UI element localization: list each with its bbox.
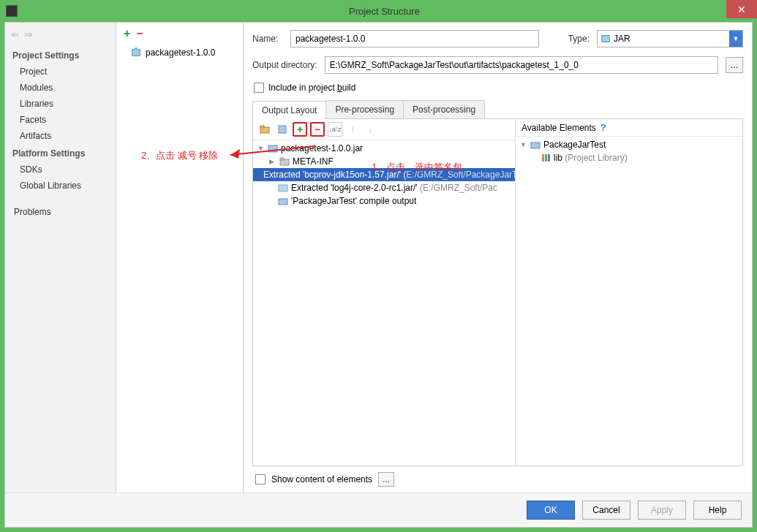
left-nav: ⇐ ⇒ Project Settings Project Modules Lib… [5, 23, 116, 493]
svg-rect-10 [279, 199, 287, 205]
nav-forward-icon[interactable]: ⇒ [24, 28, 33, 40]
nav-item-project[interactable]: Project [5, 64, 116, 80]
svg-rect-14 [548, 154, 550, 162]
nav-item-sdks[interactable]: SDKs [5, 162, 116, 178]
help-button[interactable]: Help [693, 501, 742, 520]
svg-rect-5 [268, 145, 277, 152]
output-dir-label: Output directory: [252, 60, 317, 70]
title-bar: Project Structure ✕ [0, 0, 757, 22]
svg-rect-1 [602, 36, 610, 42]
available-project-label: PackageJarTest [543, 140, 606, 150]
window-body: ⇐ ⇒ Project Settings Project Modules Lib… [4, 22, 753, 528]
add-artifact-button[interactable]: + [124, 27, 130, 40]
svg-rect-3 [260, 126, 264, 128]
available-elements-label: Available Elements [521, 123, 596, 133]
apply-button: Apply [638, 501, 686, 520]
nav-item-facets[interactable]: Facets [5, 112, 116, 128]
nav-heading-platform: Platform Settings [5, 144, 116, 162]
tree-compile-label: 'PackageJarTest' compile output [291, 196, 416, 206]
artifact-item-label: packagetest-1.0.0 [146, 48, 215, 58]
dialog-button-bar: OK Cancel Apply Help [5, 493, 752, 527]
svg-rect-9 [279, 185, 287, 191]
nav-back-icon[interactable]: ⇐ [11, 28, 20, 40]
sort-button[interactable]: ↓aͣz [328, 122, 342, 137]
module-icon [278, 196, 288, 206]
nav-heading-project: Project Settings [5, 46, 116, 64]
name-input[interactable] [290, 30, 539, 48]
tree-meta-label: META-INF [293, 156, 334, 167]
jar-type-icon [600, 34, 611, 44]
layout-tree-panel: + − ↓aͣz ↑ ↓ ▼ packagetest-1.0.0.jar [253, 119, 516, 466]
move-down-button[interactable]: ↓ [363, 122, 377, 137]
app-icon [6, 5, 18, 17]
type-value: JAR [614, 34, 630, 44]
remove-item-button[interactable]: − [310, 122, 325, 137]
available-project[interactable]: ▼ PackageJarTest [516, 138, 742, 151]
library-icon [541, 153, 551, 163]
output-dir-input[interactable] [325, 56, 718, 74]
show-content-row: Show content of elements … [252, 466, 743, 493]
name-label: Name: [252, 34, 283, 44]
include-build-checkbox[interactable] [254, 83, 264, 93]
archive-icon [268, 143, 278, 153]
artifact-detail-panel: Name: Type: JAR ▼ Output directory: … In… [244, 23, 752, 493]
nav-item-modules[interactable]: Modules [5, 80, 116, 96]
new-folder-button[interactable] [257, 122, 272, 137]
expand-icon[interactable]: ▶ [269, 158, 276, 165]
remove-artifact-button[interactable]: − [136, 27, 143, 40]
tab-pre-processing[interactable]: Pre-processing [325, 100, 404, 118]
type-label: Type: [568, 34, 590, 44]
layout-tabs: Output Layout Pre-processing Post-proces… [252, 100, 743, 119]
expand-icon[interactable]: ▼ [520, 141, 527, 148]
show-content-label: Show content of elements [271, 474, 372, 484]
svg-rect-12 [542, 154, 544, 162]
tree-root[interactable]: ▼ packagetest-1.0.0.jar [253, 142, 515, 155]
available-lib-label: lib (Project Library) [554, 153, 628, 163]
available-elements-panel: Available Elements ? ▼ PackageJarTest li [516, 119, 742, 466]
tab-output-layout[interactable]: Output Layout [252, 101, 326, 119]
extracted-icon [278, 183, 288, 193]
move-up-button[interactable]: ↑ [345, 122, 360, 137]
tab-post-processing[interactable]: Post-processing [403, 100, 485, 118]
svg-rect-7 [280, 158, 284, 160]
tree-meta-inf[interactable]: ▶ META-INF [253, 155, 515, 168]
module-icon [530, 140, 541, 150]
artifact-list-item[interactable]: packagetest-1.0.0 [116, 45, 243, 61]
nav-item-libraries[interactable]: Libraries [5, 96, 116, 112]
svg-rect-0 [132, 50, 140, 56]
artifact-list-panel: + − packagetest-1.0.0 [116, 23, 244, 493]
ok-button[interactable]: OK [527, 501, 575, 520]
browse-output-button[interactable]: … [726, 57, 743, 73]
help-icon[interactable]: ? [600, 122, 606, 133]
svg-rect-11 [531, 142, 540, 148]
tree-log4j-label: Extracted 'log4j-core-2.0-rc1.jar/' (E:/… [291, 183, 497, 193]
tree-item-bcprov[interactable]: Extracted 'bcprov-jdk15on-1.57.jar/' (E:… [253, 168, 515, 181]
show-content-browse-button[interactable]: … [378, 472, 394, 487]
layout-toolbar: + − ↓aͣz ↑ ↓ [253, 119, 515, 140]
tree-bcprov-label: Extracted 'bcprov-jdk15on-1.57.jar/' (E:… [263, 170, 515, 180]
output-layout-area: + − ↓aͣz ↑ ↓ ▼ packagetest-1.0.0.jar [252, 119, 743, 466]
tree-item-log4j[interactable]: Extracted 'log4j-core-2.0-rc1.jar/' (E:/… [253, 181, 515, 194]
nav-item-global-libraries[interactable]: Global Libraries [5, 178, 116, 194]
nav-item-problems[interactable]: Problems [5, 204, 116, 220]
window-title: Project Structure [18, 6, 751, 17]
output-tree[interactable]: ▼ packagetest-1.0.0.jar ▶ META-INF [253, 140, 515, 466]
close-button[interactable]: ✕ [726, 0, 757, 18]
jar-icon [131, 48, 141, 58]
folder-icon [279, 156, 290, 167]
nav-item-artifacts[interactable]: Artifacts [5, 128, 116, 144]
chevron-down-icon: ▼ [729, 31, 742, 47]
type-select[interactable]: JAR ▼ [597, 30, 743, 48]
cancel-button[interactable]: Cancel [582, 501, 630, 520]
show-content-checkbox[interactable] [255, 474, 265, 484]
tree-root-label: packagetest-1.0.0.jar [281, 143, 363, 153]
expand-icon[interactable]: ▼ [257, 145, 265, 152]
available-tree[interactable]: ▼ PackageJarTest lib (Project Library) [516, 137, 742, 466]
tree-item-compile-output[interactable]: 'PackageJarTest' compile output [253, 194, 515, 208]
new-archive-button[interactable] [275, 122, 290, 137]
add-copy-button[interactable]: + [293, 122, 307, 137]
svg-rect-4 [279, 126, 286, 133]
available-lib[interactable]: lib (Project Library) [516, 151, 742, 164]
svg-rect-13 [545, 154, 547, 162]
include-build-label: Include in project build [268, 83, 355, 93]
